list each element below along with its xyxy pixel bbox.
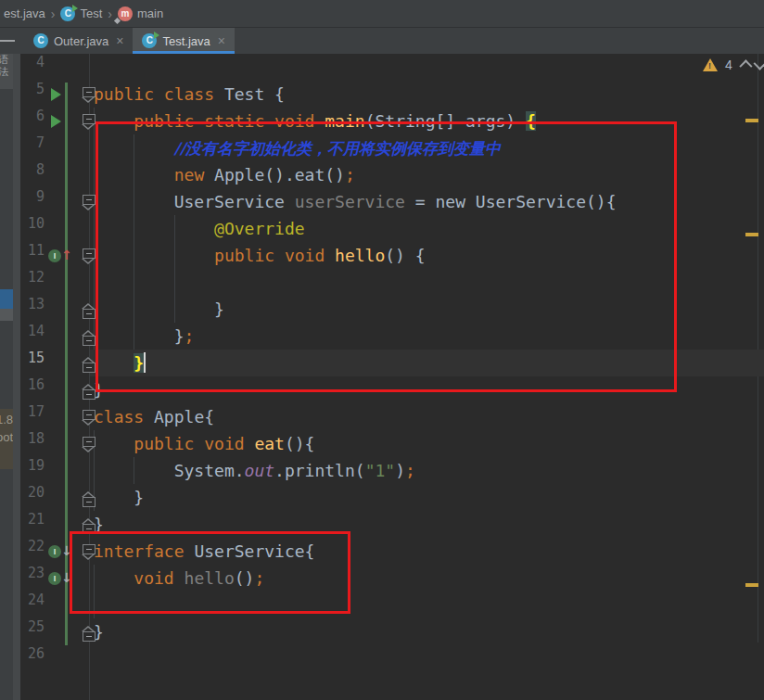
runnable-overlay-icon (154, 32, 159, 39)
implement-icon[interactable]: I (48, 572, 61, 585)
tab-label: Test.java (162, 34, 210, 48)
fold-region-end-icon[interactable] (82, 489, 96, 507)
line-number[interactable]: 16 (20, 376, 45, 403)
fold-region-end-icon[interactable] (82, 327, 96, 346)
code-line[interactable]: 20 } (20, 484, 764, 511)
code-line[interactable]: 19 System.out.println("1"); (20, 457, 764, 484)
code-line-text: class Apple{ (94, 403, 214, 430)
class-icon: C (60, 6, 75, 21)
breadcrumb-item-label: Test (80, 6, 102, 20)
implements-up-arrow-icon[interactable]: ↑ (61, 247, 72, 263)
ide-window: est.java›CTest›mmain COuter.java×CTest.j… (0, 0, 764, 700)
fold-region-end-icon[interactable] (82, 623, 96, 642)
line-number[interactable]: 6 (20, 108, 45, 134)
breadcrumb-item[interactable]: CTest (60, 6, 102, 21)
runnable-overlay-icon (72, 5, 78, 12)
line-number[interactable]: 8 (20, 161, 45, 188)
fold-region-start-icon[interactable] (82, 85, 96, 104)
run-button-icon[interactable] (51, 115, 61, 128)
tab-list: COuter.java×CTest.java× (24, 28, 235, 54)
error-stripe-mark[interactable] (745, 583, 758, 587)
line-number[interactable]: 7 (20, 134, 45, 161)
fold-region-end-icon[interactable] (82, 381, 96, 400)
line-number[interactable]: 5 (20, 81, 45, 108)
tool-window-button-label: 语法 (0, 54, 12, 78)
fold-region-start-icon[interactable] (82, 112, 96, 131)
run-button-icon[interactable] (51, 88, 61, 101)
code-token: eat (254, 434, 285, 453)
previous-warning-chevron-icon[interactable] (739, 59, 752, 72)
breadcrumb-item[interactable]: mmain (118, 6, 163, 21)
code-token: public void (134, 434, 254, 453)
code-line[interactable]: 26 (20, 645, 764, 672)
fold-region-start-icon[interactable] (82, 408, 96, 426)
code-token: out (245, 461, 275, 480)
error-stripe-mark[interactable] (745, 119, 758, 122)
code-token: Apple{ (154, 407, 214, 426)
implement-icon[interactable]: I (48, 545, 61, 558)
code-line[interactable]: 4 (20, 54, 764, 81)
fold-region-start-icon[interactable] (82, 193, 96, 211)
breadcrumb-item-label: main (137, 6, 163, 20)
warning-count: 4 (725, 57, 732, 72)
code-token: System. (94, 461, 245, 480)
error-stripe-mark[interactable] (745, 233, 758, 236)
breadcrumb-item-label: est.java (4, 6, 45, 20)
editor-tab-bar: COuter.java×CTest.java× (0, 28, 764, 54)
editor-tab[interactable]: CTest.java× (133, 28, 235, 54)
fold-region-end-icon[interactable] (82, 354, 96, 373)
gutter-icon-slot (48, 114, 72, 129)
code-line-text: public void eat(){ (94, 430, 314, 457)
fold-region-start-icon[interactable] (82, 435, 96, 453)
line-number[interactable]: 24 (20, 592, 45, 618)
next-warning-chevron-icon[interactable] (753, 57, 764, 70)
line-number[interactable]: 21 (20, 511, 45, 538)
line-number[interactable]: 13 (20, 296, 45, 323)
method-icon: m (118, 6, 133, 21)
tab-close-icon[interactable]: × (218, 34, 225, 47)
breadcrumb-item[interactable]: est.java (4, 6, 45, 20)
line-number[interactable]: 20 (20, 484, 45, 511)
tool-window-button[interactable]: 语法 (0, 54, 13, 89)
breadcrumb-separator-icon: › (51, 6, 56, 21)
line-number[interactable]: 10 (20, 215, 45, 242)
line-number[interactable]: 26 (20, 645, 45, 672)
line-number[interactable]: 18 (20, 430, 45, 457)
code-line[interactable]: 25} (20, 618, 764, 645)
stripe-marker-blue (0, 289, 13, 309)
line-number[interactable]: 17 (20, 403, 45, 430)
splitter-handle-icon[interactable] (0, 40, 15, 42)
tab-close-icon[interactable]: × (116, 34, 123, 47)
inspections-widget[interactable]: ! 4 (703, 57, 764, 72)
code-token: Test { (224, 84, 285, 104)
code-line[interactable]: 5public class Test { (20, 81, 764, 108)
code-token: "1" (365, 461, 396, 480)
stripe-marker-gray (0, 309, 13, 321)
left-tool-window-stripe: 语法 1.8 oot (0, 54, 13, 700)
code-line[interactable]: 18 public void eat(){ (20, 430, 764, 457)
line-number[interactable]: 9 (20, 188, 45, 215)
line-number[interactable]: 11 (20, 242, 45, 269)
line-number[interactable]: 4 (20, 54, 45, 81)
line-number[interactable]: 25 (20, 618, 45, 645)
line-number[interactable]: 19 (20, 457, 45, 484)
editor-tab[interactable]: COuter.java× (24, 28, 133, 54)
code-token: (){ (285, 434, 315, 453)
code-token: ; (405, 461, 415, 480)
line-number[interactable]: 14 (20, 323, 45, 350)
class-icon: C (142, 33, 157, 48)
code-line[interactable]: 17class Apple{ (20, 403, 764, 430)
line-number[interactable]: 15 (20, 350, 45, 376)
code-token: } (94, 488, 144, 507)
class-icon: C (33, 33, 48, 48)
line-number[interactable]: 22 (20, 538, 45, 565)
implement-icon[interactable]: I (48, 249, 61, 262)
panel-splitter[interactable] (13, 54, 20, 700)
warning-icon: ! (703, 58, 718, 71)
fold-region-start-icon[interactable] (82, 247, 96, 265)
breadcrumb-separator-icon: › (108, 6, 112, 21)
code-token: .println( (274, 461, 365, 480)
fold-region-end-icon[interactable] (82, 300, 96, 319)
line-number[interactable]: 23 (20, 565, 45, 592)
line-number[interactable]: 12 (20, 269, 45, 296)
